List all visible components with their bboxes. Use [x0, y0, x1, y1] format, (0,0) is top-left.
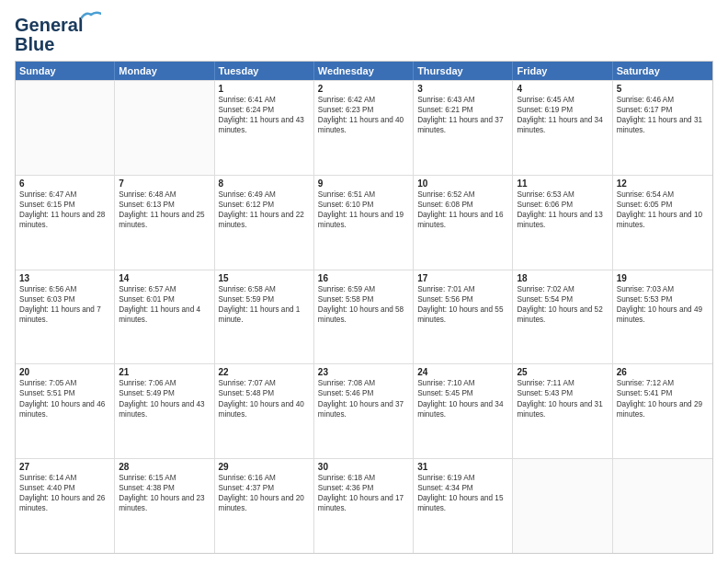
sunset-text: Sunset: 4:37 PM: [219, 483, 310, 493]
header-day-thursday: Thursday: [414, 62, 513, 80]
day-number: 13: [19, 273, 110, 283]
sunset-text: Sunset: 4:40 PM: [19, 483, 110, 493]
sunrise-text: Sunrise: 6:54 AM: [617, 190, 709, 200]
sunrise-text: Sunrise: 6:41 AM: [219, 95, 310, 105]
day-number: 21: [119, 367, 210, 377]
day-number: 12: [617, 178, 709, 189]
calendar-row-2: 6Sunrise: 6:47 AMSunset: 6:15 PMDaylight…: [16, 175, 712, 270]
daylight-text: Daylight: 10 hours and 15 minutes.: [417, 493, 508, 513]
calendar-cell: [115, 81, 214, 175]
sunrise-text: Sunrise: 7:03 AM: [617, 284, 709, 294]
day-number: 6: [19, 178, 110, 189]
calendar-cell: 27Sunrise: 6:14 AMSunset: 4:40 PMDayligh…: [16, 459, 115, 553]
calendar-cell: 18Sunrise: 7:02 AMSunset: 5:54 PMDayligh…: [513, 270, 612, 364]
header-day-sunday: Sunday: [16, 62, 115, 80]
daylight-text: Daylight: 10 hours and 49 minutes.: [617, 304, 709, 325]
day-number: 22: [219, 367, 310, 377]
sunrise-text: Sunrise: 7:12 AM: [617, 378, 709, 388]
sunrise-text: Sunrise: 6:53 AM: [517, 190, 608, 200]
calendar-cell: 7Sunrise: 6:48 AMSunset: 6:13 PMDaylight…: [115, 176, 214, 270]
day-number: 20: [19, 367, 110, 377]
day-number: 4: [517, 84, 608, 94]
daylight-text: Daylight: 10 hours and 58 minutes.: [318, 304, 409, 325]
sunset-text: Sunset: 6:13 PM: [119, 200, 210, 210]
sunset-text: Sunset: 6:10 PM: [318, 200, 409, 210]
sunrise-text: Sunrise: 6:52 AM: [417, 190, 508, 200]
day-number: 9: [318, 178, 409, 189]
sunset-text: Sunset: 6:21 PM: [417, 105, 508, 115]
sunset-text: Sunset: 5:58 PM: [318, 294, 409, 304]
calendar-cell: 5Sunrise: 6:46 AMSunset: 6:17 PMDaylight…: [613, 81, 712, 175]
daylight-text: Daylight: 10 hours and 23 minutes.: [119, 493, 210, 513]
day-number: 11: [517, 178, 608, 189]
calendar-cell: 19Sunrise: 7:03 AMSunset: 5:53 PMDayligh…: [613, 270, 712, 364]
sunset-text: Sunset: 6:15 PM: [19, 200, 110, 210]
sunrise-text: Sunrise: 6:46 AM: [617, 95, 709, 105]
daylight-text: Daylight: 10 hours and 20 minutes.: [219, 493, 310, 513]
calendar-cell: 22Sunrise: 7:07 AMSunset: 5:48 PMDayligh…: [215, 364, 314, 458]
calendar-row-5: 27Sunrise: 6:14 AMSunset: 4:40 PMDayligh…: [16, 458, 712, 553]
day-number: 8: [219, 178, 310, 189]
calendar-cell: 25Sunrise: 7:11 AMSunset: 5:43 PMDayligh…: [513, 364, 612, 458]
day-number: 30: [318, 462, 409, 472]
header-day-wednesday: Wednesday: [314, 62, 414, 80]
calendar-cell: [513, 459, 612, 553]
sunrise-text: Sunrise: 7:01 AM: [417, 284, 508, 294]
calendar-row-4: 20Sunrise: 7:05 AMSunset: 5:51 PMDayligh…: [16, 363, 712, 458]
sunset-text: Sunset: 4:36 PM: [318, 483, 409, 493]
day-number: 5: [617, 84, 709, 94]
day-number: 26: [617, 367, 709, 377]
sunset-text: Sunset: 6:23 PM: [318, 105, 409, 115]
day-number: 25: [517, 367, 608, 377]
sunset-text: Sunset: 6:17 PM: [617, 105, 709, 115]
daylight-text: Daylight: 10 hours and 26 minutes.: [19, 493, 110, 513]
day-number: 7: [119, 178, 210, 189]
calendar: SundayMondayTuesdayWednesdayThursdayFrid…: [15, 61, 713, 554]
sunrise-text: Sunrise: 6:58 AM: [219, 284, 310, 294]
daylight-text: Daylight: 11 hours and 22 minutes.: [219, 210, 310, 230]
sunset-text: Sunset: 6:08 PM: [417, 200, 508, 210]
sunset-text: Sunset: 6:03 PM: [19, 294, 110, 304]
day-number: 31: [417, 462, 508, 472]
calendar-cell: [16, 81, 115, 175]
sunrise-text: Sunrise: 6:16 AM: [219, 473, 310, 483]
daylight-text: Daylight: 11 hours and 37 minutes.: [417, 115, 508, 135]
calendar-cell: 11Sunrise: 6:53 AMSunset: 6:06 PMDayligh…: [513, 176, 612, 270]
sunrise-text: Sunrise: 6:56 AM: [19, 284, 110, 294]
calendar-cell: 23Sunrise: 7:08 AMSunset: 5:46 PMDayligh…: [314, 364, 414, 458]
daylight-text: Daylight: 10 hours and 34 minutes.: [417, 399, 508, 419]
sunrise-text: Sunrise: 7:11 AM: [517, 378, 608, 388]
calendar-cell: [613, 459, 712, 553]
calendar-header: SundayMondayTuesdayWednesdayThursdayFrid…: [16, 62, 712, 80]
header-day-saturday: Saturday: [613, 62, 712, 80]
calendar-body: 1Sunrise: 6:41 AMSunset: 6:24 PMDaylight…: [16, 80, 712, 553]
sunset-text: Sunset: 5:54 PM: [517, 294, 608, 304]
calendar-cell: 24Sunrise: 7:10 AMSunset: 5:45 PMDayligh…: [414, 364, 513, 458]
daylight-text: Daylight: 11 hours and 16 minutes.: [417, 210, 508, 230]
calendar-row-1: 1Sunrise: 6:41 AMSunset: 6:24 PMDaylight…: [16, 80, 712, 175]
sunrise-text: Sunrise: 6:19 AM: [417, 473, 508, 483]
sunrise-text: Sunrise: 7:08 AM: [318, 378, 409, 388]
sunset-text: Sunset: 6:05 PM: [617, 200, 709, 210]
sunset-text: Sunset: 6:01 PM: [119, 294, 210, 304]
sunrise-text: Sunrise: 6:57 AM: [119, 284, 210, 294]
sunrise-text: Sunrise: 6:14 AM: [19, 473, 110, 483]
daylight-text: Daylight: 10 hours and 17 minutes.: [318, 493, 409, 513]
header-day-monday: Monday: [115, 62, 214, 80]
daylight-text: Daylight: 10 hours and 55 minutes.: [417, 304, 508, 325]
sunset-text: Sunset: 4:38 PM: [119, 483, 210, 493]
logo-text-general: General: [15, 15, 83, 35]
calendar-cell: 31Sunrise: 6:19 AMSunset: 4:34 PMDayligh…: [414, 459, 513, 553]
sunset-text: Sunset: 5:53 PM: [617, 294, 709, 304]
sunset-text: Sunset: 6:12 PM: [219, 200, 310, 210]
sunset-text: Sunset: 5:41 PM: [617, 388, 709, 398]
daylight-text: Daylight: 11 hours and 1 minute.: [219, 304, 310, 325]
sunrise-text: Sunrise: 7:06 AM: [119, 378, 210, 388]
calendar-cell: 10Sunrise: 6:52 AMSunset: 6:08 PMDayligh…: [414, 176, 513, 270]
daylight-text: Daylight: 11 hours and 40 minutes.: [318, 115, 409, 135]
sunset-text: Sunset: 5:49 PM: [119, 388, 210, 398]
daylight-text: Daylight: 10 hours and 52 minutes.: [517, 304, 608, 325]
daylight-text: Daylight: 10 hours and 31 minutes.: [517, 399, 608, 419]
calendar-cell: 2Sunrise: 6:42 AMSunset: 6:23 PMDaylight…: [314, 81, 414, 175]
daylight-text: Daylight: 11 hours and 19 minutes.: [318, 210, 409, 230]
